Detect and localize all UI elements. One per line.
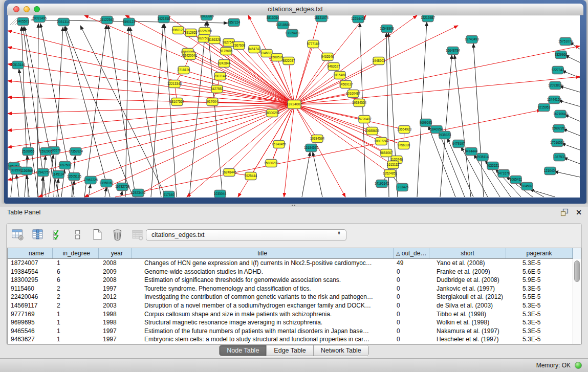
graph-edge[interactable] — [294, 104, 393, 165]
graph-node[interactable]: 22420046 — [183, 52, 198, 60]
cell-out_de[interactable]: 0 — [394, 310, 429, 319]
cell-out_de[interactable]: 0 — [394, 335, 429, 344]
graph-node[interactable]: 18226058 — [198, 28, 212, 35]
table-row[interactable]: 946554611997Estimation of the future num… — [8, 327, 581, 336]
network-canvas[interactable]: 1872400789601238912955182260589827503818… — [8, 15, 580, 198]
cell-year[interactable]: 1997 — [99, 285, 132, 293]
resize-grip-icon[interactable] — [8, 15, 18, 26]
graph-node[interactable]: 2526055 — [22, 148, 35, 156]
graph-node[interactable]: 1948503 — [373, 57, 385, 65]
graph-node[interactable]: 12213343 — [167, 80, 182, 88]
cell-pagerank[interactable]: 5.3E-5 — [506, 318, 573, 327]
graph-edge[interactable] — [121, 191, 122, 197]
graph-node[interactable]: 8813054 — [267, 15, 279, 22]
graph-node[interactable]: 8960123 — [172, 27, 185, 34]
graph-node[interactable]: 9474444 — [465, 148, 478, 156]
cell-title[interactable]: Estimation of the future numbers of pati… — [132, 327, 394, 336]
row-selector-button[interactable] — [70, 228, 84, 243]
graph-node[interactable]: 8912955 — [185, 29, 198, 37]
graph-node[interactable]: 1592905 — [40, 148, 53, 156]
graph-node[interactable]: 17016514 — [550, 139, 565, 147]
cell-year[interactable]: 1998 — [99, 318, 132, 327]
graph-edge[interactable] — [189, 21, 206, 197]
graph-node[interactable]: 7625444 — [245, 172, 257, 180]
cell-short[interactable]: Jankovic et al. (1997) — [429, 285, 506, 293]
cell-year[interactable]: 2012 — [99, 293, 132, 301]
cell-out_de[interactable]: 0 — [394, 301, 429, 310]
graph-node[interactable]: 14196141 — [375, 180, 389, 188]
cell-name[interactable]: 9777169 — [8, 310, 53, 319]
graph-node[interactable]: 20091406 — [32, 15, 47, 23]
cell-pagerank[interactable]: 5.6E-5 — [506, 268, 573, 276]
cell-in_degree[interactable]: 1 — [53, 259, 99, 268]
graph-edge[interactable] — [417, 22, 427, 197]
cell-short[interactable]: de Silva et al. (2003) — [429, 301, 506, 310]
cell-title[interactable]: Estimation of significance thresholds fo… — [132, 276, 394, 285]
graph-node[interactable]: 1156869 — [20, 167, 33, 175]
graph-node[interactable]: 8590123 — [123, 18, 136, 26]
graph-edge[interactable] — [294, 57, 328, 104]
graph-edge[interactable] — [294, 77, 580, 104]
graph-node[interactable]: 9227343 — [552, 67, 564, 74]
graph-edge[interactable] — [440, 55, 452, 197]
graph-node[interactable]: 9777169 — [307, 40, 320, 48]
cell-pagerank[interactable]: 5.3E-5 — [506, 301, 573, 310]
graph-node[interactable]: 1588520 — [271, 54, 284, 61]
table-settings-button[interactable] — [10, 228, 25, 243]
graph-edge[interactable] — [80, 26, 166, 197]
graph-edge[interactable] — [207, 21, 223, 197]
cell-name[interactable]: 18300295 — [8, 276, 53, 285]
column-header-out_de[interactable]: △out_de… — [394, 248, 429, 258]
graph-edge[interactable] — [105, 187, 106, 197]
cell-title[interactable]: Embryonic stem cells: a model to study s… — [132, 335, 394, 344]
graph-node[interactable]: 1210404 — [544, 167, 557, 175]
graph-node[interactable]: 1367533 — [553, 154, 566, 161]
cell-in_degree[interactable]: 1 — [53, 335, 99, 344]
graph-edge[interactable] — [178, 30, 294, 104]
graph-node[interactable]: 19743493 — [465, 36, 480, 43]
graph-edge[interactable] — [64, 27, 110, 197]
graph-node[interactable]: 12444159 — [547, 96, 562, 104]
graph-node[interactable]: 917004 — [207, 98, 218, 106]
cell-in_degree[interactable]: 2 — [53, 285, 99, 293]
cell-pagerank[interactable]: 5.3E-5 — [506, 285, 573, 293]
cell-pagerank[interactable]: 5.3E-5 — [506, 327, 573, 336]
tab-network-table[interactable]: Network Table — [313, 345, 368, 356]
graph-edge[interactable] — [130, 27, 161, 197]
graph-node[interactable]: 7857224 — [228, 19, 241, 27]
cell-name[interactable]: 14569117 — [8, 301, 53, 310]
graph-node[interactable]: 8938923 — [439, 132, 451, 139]
cell-out_de[interactable]: 49 — [394, 259, 429, 268]
cell-year[interactable]: 2009 — [99, 268, 132, 276]
cell-pagerank[interactable]: 5.9E-5 — [506, 276, 573, 285]
graph-node[interactable]: 10160487 — [346, 90, 361, 98]
graph-node[interactable]: 18807249 — [374, 138, 389, 145]
cell-year[interactable]: 1997 — [99, 335, 132, 344]
graph-node[interactable]: 12923446 — [131, 189, 146, 197]
graph-node[interactable]: 14569117 — [339, 81, 353, 89]
table-row[interactable]: 1830029562008Estimation of significance … — [8, 276, 581, 285]
graph-node[interactable]: 16033809 — [200, 15, 214, 20]
table-row[interactable]: 911546021997Tourette syndrome. Phenomeno… — [8, 285, 581, 293]
select-columns-button[interactable] — [50, 228, 64, 243]
table-scrollbar[interactable] — [573, 259, 581, 344]
cell-title[interactable]: Disruption of a novel member of a sodium… — [132, 301, 394, 310]
graph-edge[interactable] — [8, 104, 294, 114]
cell-out_de[interactable]: 0 — [394, 285, 429, 293]
cell-title[interactable]: Structural magnetic resonance image aver… — [132, 318, 394, 327]
cell-short[interactable]: Hescheler et al. (1997) — [429, 335, 506, 344]
graph-node[interactable]: 6479197 — [452, 140, 465, 148]
graph-node[interactable]: 13958167 — [99, 180, 114, 187]
column-header-name[interactable]: name — [8, 248, 53, 258]
cell-name[interactable]: 9699695 — [8, 318, 53, 327]
graph-node[interactable]: 15184575 — [304, 144, 319, 152]
graph-node[interactable]: 1065411 — [510, 176, 522, 184]
graph-node[interactable]: 15692951 — [552, 125, 567, 133]
graph-node[interactable]: 15830202 — [264, 160, 279, 167]
graph-node[interactable]: 9329966 — [555, 51, 568, 59]
close-panel-icon[interactable]: ✕ — [576, 208, 582, 216]
cell-short[interactable]: Franke et al. (2009) — [429, 268, 506, 276]
graph-edge[interactable] — [563, 158, 580, 164]
cell-out_de[interactable]: 0 — [394, 268, 429, 276]
cell-pagerank[interactable]: 5.5E-5 — [506, 293, 573, 301]
